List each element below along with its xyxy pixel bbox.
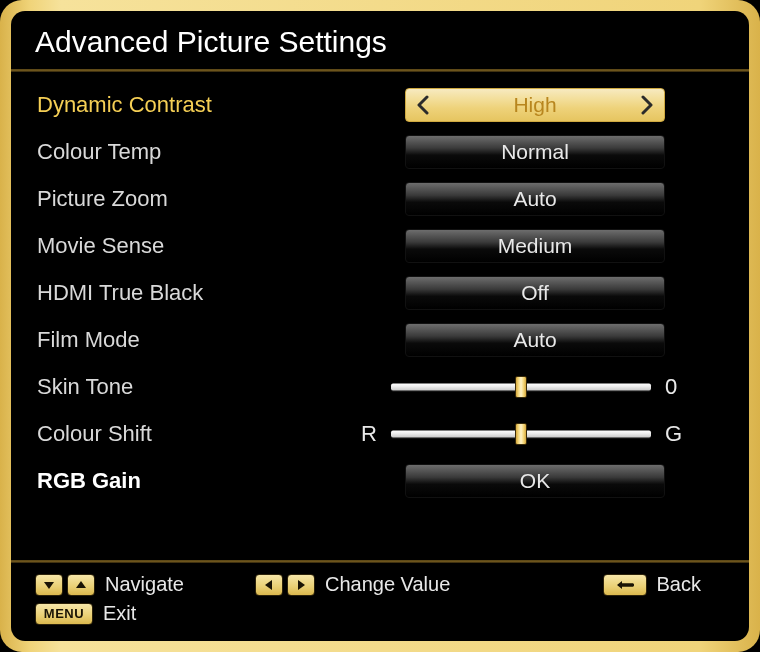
chevron-left-icon[interactable] xyxy=(414,92,432,118)
value-picture-zoom: Auto xyxy=(513,187,556,211)
footer-divider xyxy=(11,560,749,563)
value-colour-temp: Normal xyxy=(501,140,569,164)
legend-exit: Exit xyxy=(103,602,136,625)
slider-colour-shift-left: R xyxy=(345,421,377,447)
row-film-mode[interactable]: Film Mode Auto xyxy=(35,321,725,359)
chevron-right-icon[interactable] xyxy=(638,92,656,118)
slider-thumb[interactable] xyxy=(515,423,527,445)
row-rgb-gain[interactable]: RGB Gain OK xyxy=(35,462,725,500)
row-picture-zoom[interactable]: Picture Zoom Auto xyxy=(35,180,725,218)
label-colour-temp: Colour Temp xyxy=(35,139,345,165)
button-rgb-gain-ok[interactable]: OK xyxy=(405,464,665,498)
label-film-mode: Film Mode xyxy=(35,327,345,353)
slider-colour-shift[interactable] xyxy=(391,423,651,445)
value-film-mode: Auto xyxy=(513,328,556,352)
selector-dynamic-contrast[interactable]: High xyxy=(405,88,665,122)
page-title: Advanced Picture Settings xyxy=(35,25,725,69)
legend-navigate: Navigate xyxy=(105,573,184,596)
key-down-icon xyxy=(35,574,63,596)
row-colour-temp[interactable]: Colour Temp Normal xyxy=(35,133,725,171)
key-right-icon xyxy=(287,574,315,596)
title-divider xyxy=(11,69,749,72)
selector-colour-temp[interactable]: Normal xyxy=(405,135,665,169)
slider-colour-shift-right: G xyxy=(665,421,697,447)
slider-thumb[interactable] xyxy=(515,376,527,398)
slider-skin-tone-right: 0 xyxy=(665,374,697,400)
selector-film-mode[interactable]: Auto xyxy=(405,323,665,357)
label-movie-sense: Movie Sense xyxy=(35,233,345,259)
label-dynamic-contrast: Dynamic Contrast xyxy=(35,92,345,118)
value-dynamic-contrast: High xyxy=(513,93,556,117)
value-movie-sense: Medium xyxy=(498,234,573,258)
value-rgb-gain: OK xyxy=(520,469,550,493)
selector-movie-sense[interactable]: Medium xyxy=(405,229,665,263)
row-colour-shift[interactable]: Colour Shift R G xyxy=(35,415,725,453)
row-dynamic-contrast[interactable]: Dynamic Contrast High xyxy=(35,86,725,124)
key-up-icon xyxy=(67,574,95,596)
row-movie-sense[interactable]: Movie Sense Medium xyxy=(35,227,725,265)
legend-change-value: Change Value xyxy=(325,573,450,596)
label-hdmi-true-black: HDMI True Black xyxy=(35,280,345,306)
nav-up-down-keys xyxy=(35,574,95,596)
value-hdmi-true-black: Off xyxy=(521,281,549,305)
nav-left-right-keys xyxy=(255,574,315,596)
label-colour-shift: Colour Shift xyxy=(35,421,345,447)
tv-osd-frame: Advanced Picture Settings Dynamic Contra… xyxy=(0,0,760,652)
label-skin-tone: Skin Tone xyxy=(35,374,345,400)
key-back-icon xyxy=(603,574,647,596)
slider-skin-tone[interactable] xyxy=(391,376,651,398)
slider-skin-tone-wrap: 0 xyxy=(345,374,725,400)
selector-picture-zoom[interactable]: Auto xyxy=(405,182,665,216)
row-skin-tone[interactable]: Skin Tone 0 xyxy=(35,368,725,406)
key-left-icon xyxy=(255,574,283,596)
label-rgb-gain: RGB Gain xyxy=(35,468,345,494)
selector-hdmi-true-black[interactable]: Off xyxy=(405,276,665,310)
footer-legend: Navigate Change Value xyxy=(35,560,725,625)
slider-colour-shift-wrap: R G xyxy=(345,421,725,447)
row-hdmi-true-black[interactable]: HDMI True Black Off xyxy=(35,274,725,312)
label-picture-zoom: Picture Zoom xyxy=(35,186,345,212)
legend-back: Back xyxy=(657,573,701,596)
key-menu: MENU xyxy=(35,603,93,625)
settings-panel: Advanced Picture Settings Dynamic Contra… xyxy=(11,11,749,641)
settings-list: Dynamic Contrast High Colour Temp xyxy=(35,86,725,500)
